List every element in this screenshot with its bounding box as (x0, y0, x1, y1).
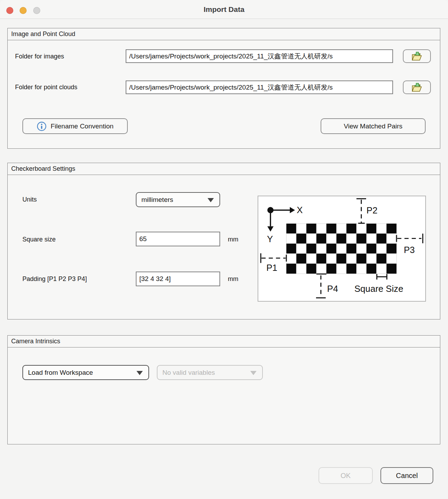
padding-input[interactable] (136, 272, 220, 286)
x-axis-label: X (297, 205, 303, 215)
checkerboard-settings-title: Checkerboard Settings (8, 163, 440, 175)
units-selected-value: millimeters (141, 196, 173, 204)
folder-for-point-clouds-label: Folder for point clouds (15, 84, 77, 91)
units-dropdown[interactable]: millimeters (136, 192, 220, 207)
open-folder-icon (411, 51, 423, 62)
open-folder-icon (411, 82, 423, 93)
window-title: Import Data (0, 0, 448, 19)
view-matched-pairs-button[interactable]: View Matched Pairs (321, 118, 426, 134)
info-icon (37, 121, 47, 131)
p4-measure-line (316, 274, 327, 298)
intrinsics-source-value: Load from Workspace (28, 369, 93, 377)
padding-unit-label: mm (228, 275, 238, 283)
square-size-label: Square size (22, 236, 56, 243)
intrinsics-variable-value: No valid variables (162, 369, 215, 377)
browse-images-folder-button[interactable] (403, 49, 431, 63)
camera-intrinsics-title: Camera Intrinsics (8, 336, 440, 347)
chevron-down-icon (208, 198, 214, 202)
title-bar: Import Data (0, 0, 448, 19)
checkerboard-diagram: X Y P2 P3 P1 (258, 196, 426, 302)
folder-for-point-clouds-input[interactable] (126, 80, 393, 94)
intrinsics-source-dropdown[interactable]: Load from Workspace (22, 365, 149, 380)
p3-label: P3 (404, 245, 415, 255)
ok-button[interactable]: OK (318, 467, 373, 484)
p1-measure-line (261, 253, 286, 263)
p3-measure-line (397, 234, 423, 244)
chevron-down-icon (250, 371, 257, 375)
units-label: Units (22, 196, 37, 203)
filename-convention-label: Filename Convention (51, 122, 114, 130)
square-size-unit-label: mm (228, 236, 238, 243)
image-point-cloud-panel: Image and Point Cloud Folder for images … (7, 28, 440, 149)
p1-label: P1 (266, 263, 277, 273)
image-point-cloud-title: Image and Point Cloud (8, 28, 440, 40)
cancel-button[interactable]: Cancel (380, 467, 433, 484)
y-axis-label: Y (267, 234, 273, 244)
padding-label: Padding [P1 P2 P3 P4] (22, 275, 87, 283)
chevron-down-icon (136, 371, 143, 375)
filename-convention-button[interactable]: Filename Convention (22, 118, 128, 134)
square-size-input[interactable] (136, 232, 220, 246)
p2-measure-line (356, 199, 366, 223)
p2-label: P2 (366, 205, 377, 215)
browse-point-clouds-folder-button[interactable] (403, 80, 431, 94)
checkerboard-squares (286, 224, 397, 274)
p4-label: P4 (327, 284, 338, 294)
diagram-square-size-label: Square Size (355, 284, 404, 294)
checkerboard-settings-panel: Checkerboard Settings Units millimeters … (7, 163, 440, 319)
intrinsics-variable-dropdown[interactable]: No valid variables (157, 365, 263, 380)
folder-for-images-input[interactable] (126, 49, 393, 63)
folder-for-images-label: Folder for images (15, 53, 64, 60)
camera-intrinsics-panel: Camera Intrinsics Load from Workspace No… (7, 335, 440, 444)
square-size-bracket (377, 274, 387, 280)
